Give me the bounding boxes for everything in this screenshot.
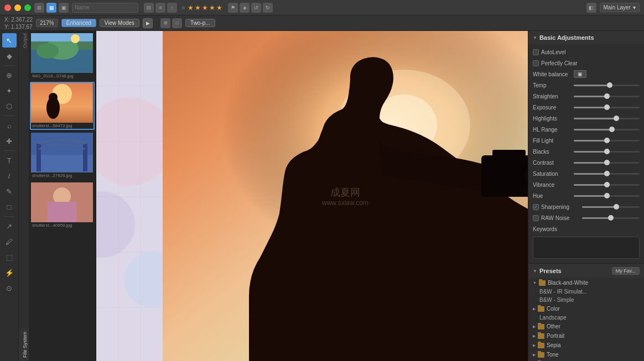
- filesystem-tab[interactable]: File System: [19, 328, 29, 361]
- layers-icon[interactable]: ◧: [586, 3, 596, 13]
- preset-folder-other[interactable]: ▶ Other: [528, 322, 644, 331]
- raw-noise-thumb[interactable]: [608, 215, 614, 221]
- film-icon[interactable]: ▣: [59, 3, 69, 13]
- shape-tool[interactable]: □: [2, 200, 17, 214]
- rotate-left-icon[interactable]: ↺: [251, 3, 261, 13]
- white-balance-button[interactable]: ▣: [574, 70, 586, 78]
- healing-tool[interactable]: ✦: [2, 83, 17, 98]
- straighten-slider[interactable]: [574, 96, 640, 97]
- line-tool[interactable]: /: [2, 169, 17, 183]
- preset-item-landscape[interactable]: Landscape: [528, 313, 644, 322]
- highlights-thumb[interactable]: [614, 116, 619, 121]
- saturation-slider[interactable]: [574, 173, 640, 175]
- sharpening-slider[interactable]: [582, 206, 640, 208]
- window-controls[interactable]: [4, 4, 31, 11]
- preset-item-bw-simple[interactable]: B&W - Simple: [528, 296, 644, 304]
- rotate-right-icon[interactable]: ↻: [263, 3, 273, 13]
- grid-icon[interactable]: ⊞: [34, 3, 44, 13]
- enhanced-mode-button[interactable]: Enhanced: [61, 19, 96, 27]
- camera-tool[interactable]: ⊙: [2, 281, 17, 295]
- star-1[interactable]: ★: [180, 4, 186, 12]
- transform-tool[interactable]: ◆: [2, 49, 17, 63]
- contrast-thumb[interactable]: [604, 160, 610, 165]
- grid-layout-icon[interactable]: ⊞: [160, 18, 170, 28]
- two-pane-button[interactable]: Two-p...: [185, 19, 215, 27]
- perfectly-clear-checkbox[interactable]: [533, 60, 539, 66]
- vibrance-slider[interactable]: [574, 184, 640, 186]
- hue-slider[interactable]: [574, 195, 640, 197]
- temp-thumb[interactable]: [607, 82, 612, 88]
- filter-icon[interactable]: ⊟: [144, 3, 154, 13]
- text-tool[interactable]: T: [2, 153, 17, 168]
- highlights-slider[interactable]: [574, 118, 640, 119]
- canvas-area[interactable]: 成夏网 www.sxiaw.com: [163, 31, 528, 361]
- blacks-slider[interactable]: [574, 151, 640, 153]
- thumbnail-2[interactable]: shutterst...58472.jpg: [30, 82, 95, 130]
- preset-folder-color[interactable]: ▶ Color: [528, 304, 644, 313]
- view-icon[interactable]: ▦: [46, 3, 56, 13]
- raw-noise-slider[interactable]: [582, 217, 640, 219]
- keywords-field[interactable]: [533, 237, 640, 259]
- clone-tool[interactable]: ⬡: [2, 99, 17, 113]
- temp-slider[interactable]: [574, 85, 640, 86]
- sharpening-fill: [582, 206, 616, 208]
- exposure-thumb[interactable]: [604, 104, 610, 110]
- preset-item-bw-ir[interactable]: B&W - IR Simulat...: [528, 287, 644, 296]
- thumbnail-3[interactable]: shutterst...27826.jpg: [30, 132, 95, 180]
- tag-icon[interactable]: ◈: [240, 3, 250, 13]
- minimize-button[interactable]: [14, 4, 21, 11]
- preset-folder-sepia[interactable]: ▶ Sepia: [528, 341, 644, 350]
- preset-folder-bw[interactable]: ▼ Black-and-White: [528, 278, 644, 287]
- exposure-slider[interactable]: [574, 107, 640, 108]
- select-tool[interactable]: ↖: [2, 33, 17, 48]
- star-4[interactable]: ★: [202, 4, 208, 12]
- preset-folder-tone[interactable]: ▶ Tone: [528, 350, 644, 359]
- pen-tool[interactable]: ✎: [2, 184, 17, 198]
- fill-light-slider[interactable]: [574, 140, 640, 142]
- star-6[interactable]: ★: [216, 4, 222, 12]
- star-rating[interactable]: ★ ★ ★ ★ ★ ★: [180, 4, 222, 12]
- star-3[interactable]: ★: [195, 4, 201, 12]
- vibrance-thumb[interactable]: [604, 182, 610, 187]
- crop-tool[interactable]: ⊕: [2, 68, 17, 82]
- hand-tool[interactable]: ✚: [2, 134, 17, 148]
- presets-header[interactable]: ▼ Presets My Fav...: [528, 264, 644, 278]
- brush-tool[interactable]: 🖊: [2, 234, 17, 249]
- name-field[interactable]: [72, 3, 138, 13]
- contrast-slider[interactable]: [574, 162, 640, 164]
- autolevel-checkbox[interactable]: [533, 49, 539, 55]
- maximize-button[interactable]: [24, 4, 31, 11]
- hl-range-slider[interactable]: [574, 129, 640, 130]
- star-2[interactable]: ★: [188, 4, 194, 12]
- hue-thumb[interactable]: [604, 193, 610, 198]
- expand-button[interactable]: ▶: [143, 18, 153, 28]
- close-button[interactable]: [4, 4, 11, 11]
- zoom-tool[interactable]: ⌕: [2, 118, 17, 133]
- basic-adjustments-header[interactable]: ▼ Basic Adjustments: [528, 31, 644, 44]
- erase-tool[interactable]: ⬚: [2, 250, 17, 264]
- sort-icon[interactable]: ≡: [155, 3, 165, 13]
- gradient-tool[interactable]: ↗: [2, 219, 17, 233]
- hl-range-thumb[interactable]: [609, 127, 615, 132]
- straighten-fill: [574, 96, 607, 97]
- sharpening-checkbox[interactable]: [533, 204, 539, 210]
- star-5[interactable]: ★: [209, 4, 215, 12]
- raw-noise-checkbox[interactable]: [533, 215, 539, 221]
- zoom-control[interactable]: 217%: [36, 19, 58, 27]
- stamp-tool[interactable]: ⚡: [2, 265, 17, 280]
- flag-icon[interactable]: ⚑: [228, 3, 238, 13]
- saturation-thumb[interactable]: [604, 171, 610, 176]
- thumbnail-1[interactable]: IMG_2019...0748.jpg: [30, 32, 95, 80]
- upload-icon[interactable]: ↑: [167, 3, 177, 13]
- layer-selector[interactable]: Main Layer ▾: [600, 3, 640, 12]
- straighten-thumb[interactable]: [604, 93, 610, 99]
- thumbnail-4[interactable]: shutterst...40950.jpg: [30, 181, 95, 229]
- preset-folder-portrait[interactable]: ▶ Portrait: [528, 331, 644, 341]
- view-modes-button[interactable]: View Modes: [100, 19, 139, 27]
- output-tab[interactable]: Output: [19, 31, 29, 50]
- fill-light-thumb[interactable]: [604, 138, 610, 143]
- single-layout-icon[interactable]: □: [172, 18, 182, 28]
- sharpening-thumb[interactable]: [614, 204, 619, 210]
- blacks-thumb[interactable]: [604, 149, 610, 154]
- presets-tab-button[interactable]: My Fav...: [612, 267, 640, 275]
